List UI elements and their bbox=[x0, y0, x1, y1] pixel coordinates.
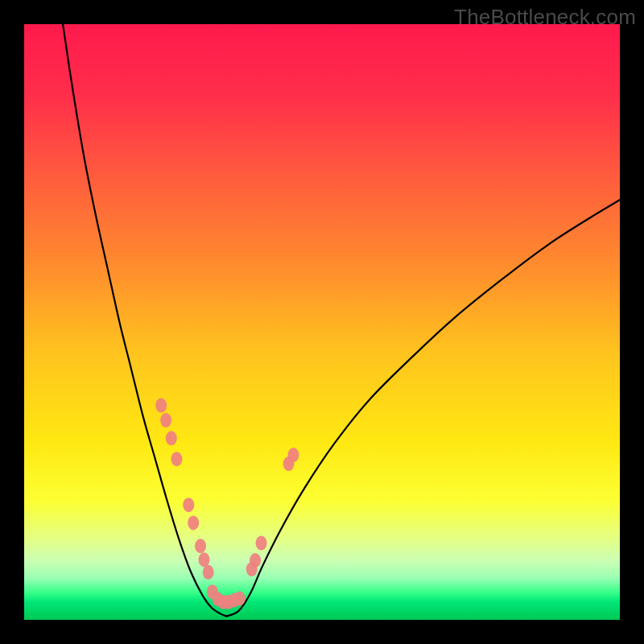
gradient-background bbox=[24, 24, 620, 620]
marker-point bbox=[195, 539, 206, 553]
chart-svg bbox=[24, 24, 620, 620]
marker-point bbox=[250, 553, 261, 568]
marker-point bbox=[166, 431, 177, 445]
watermark-text: TheBottleneck.com bbox=[454, 5, 636, 30]
marker-point bbox=[234, 591, 246, 605]
plot-area bbox=[24, 24, 620, 620]
marker-point bbox=[287, 448, 299, 462]
marker-point bbox=[160, 413, 171, 427]
marker-point bbox=[198, 552, 209, 567]
marker-point bbox=[188, 515, 199, 530]
marker-point bbox=[183, 497, 194, 512]
marker-point bbox=[155, 398, 167, 413]
marker-point bbox=[171, 452, 182, 466]
marker-point bbox=[256, 536, 267, 551]
marker-point bbox=[203, 565, 214, 580]
chart-container: TheBottleneck.com bbox=[0, 0, 644, 644]
